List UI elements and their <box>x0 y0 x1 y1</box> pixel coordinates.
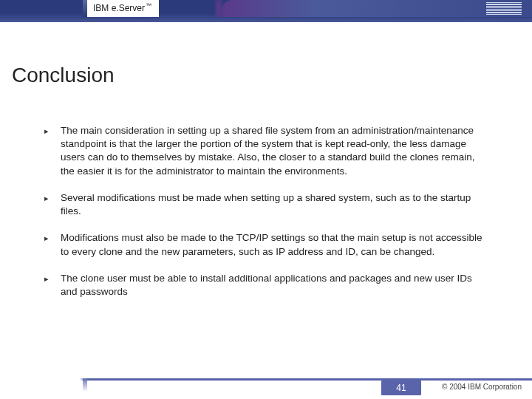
ibm-logo <box>486 2 522 15</box>
bullet-list: ▸ The main consideration in setting up a… <box>58 124 488 312</box>
list-item: ▸ The clone user must be able to install… <box>58 272 488 299</box>
tm-symbol: ™ <box>146 2 151 9</box>
footer-divider <box>0 378 532 381</box>
bullet-marker-icon: ▸ <box>44 126 49 137</box>
header-shadow <box>0 17 532 22</box>
list-item: ▸ The main consideration in setting up a… <box>58 124 488 178</box>
bullet-text: Several modifications must be made when … <box>61 192 471 216</box>
brand-prefix: IBM e. <box>93 3 119 13</box>
copyright-text: © 2004 IBM Corporation <box>442 383 522 391</box>
bullet-marker-icon: ▸ <box>44 273 49 284</box>
page-title: Conclusion <box>12 64 115 87</box>
list-item: ▸ Modifications must also be made to the… <box>58 231 488 258</box>
footer-bar: 41 © 2004 IBM Corporation <box>0 378 532 399</box>
bullet-text: The clone user must be able to install a… <box>61 273 472 297</box>
header-bar: IBM e.Server™ <box>0 0 532 22</box>
brand-container: IBM e.Server™ <box>87 0 159 17</box>
page-number: 41 <box>381 381 421 395</box>
bullet-marker-icon: ▸ <box>44 233 49 244</box>
bullet-text: The main consideration in setting up a s… <box>61 125 475 177</box>
brand-label: IBM e.Server™ <box>93 2 151 13</box>
slide: IBM e.Server™ Conclusion ▸ The main cons… <box>0 0 532 399</box>
bullet-text: Modifications must also be made to the T… <box>61 232 482 256</box>
list-item: ▸ Several modifications must be made whe… <box>58 191 488 218</box>
brand-suffix: Server <box>119 3 145 13</box>
bullet-marker-icon: ▸ <box>44 193 49 204</box>
header-ribbon <box>222 0 532 17</box>
footer-accent <box>83 378 87 392</box>
